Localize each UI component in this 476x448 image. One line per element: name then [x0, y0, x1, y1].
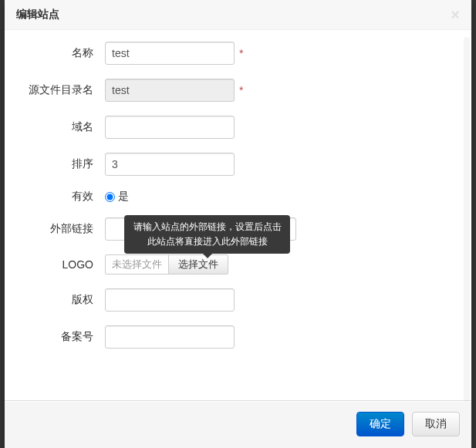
icp-input[interactable]: [105, 325, 235, 349]
copyright-input[interactable]: [105, 288, 235, 312]
logo-no-file-text: 未选择文件: [106, 255, 169, 274]
external-link-tooltip: 请输入站点的外部链接，设置后点击 此站点将直接进入此外部链接: [124, 215, 290, 254]
label-sort: 排序: [16, 157, 105, 171]
row-logo: LOGO 未选择文件 选择文件: [16, 254, 460, 275]
source-dir-input: [105, 79, 235, 102]
ok-button[interactable]: 确定: [356, 412, 404, 436]
label-logo: LOGO: [16, 258, 105, 271]
label-source-dir: 源文件目录名: [16, 83, 105, 97]
row-sort: 排序: [16, 153, 460, 176]
label-domain: 域名: [16, 120, 105, 134]
sort-input[interactable]: [105, 153, 235, 176]
label-external-link: 外部链接: [16, 222, 105, 236]
label-name: 名称: [16, 46, 105, 60]
row-name: 名称 *: [16, 42, 460, 65]
enabled-yes-radio[interactable]: [105, 192, 115, 202]
row-domain: 域名: [16, 116, 460, 139]
logo-choose-file-button[interactable]: 选择文件: [169, 255, 228, 274]
row-icp: 备案号: [16, 325, 460, 349]
label-enabled: 有效: [16, 190, 105, 204]
label-icp: 备案号: [16, 330, 105, 344]
edit-site-modal: 编辑站点 × 名称 * 源文件目录名 * 域名 排序: [5, 0, 471, 448]
domain-input[interactable]: [105, 116, 235, 139]
required-mark: *: [239, 47, 243, 59]
tooltip-line: 请输入站点的外部链接，设置后点击: [132, 220, 282, 234]
modal-title: 编辑站点: [16, 8, 59, 22]
close-icon[interactable]: ×: [451, 7, 460, 22]
modal-footer: 确定 取消: [5, 400, 471, 448]
modal-body: 名称 * 源文件目录名 * 域名 排序 有效: [5, 30, 471, 400]
label-copyright: 版权: [16, 293, 105, 307]
row-source-dir: 源文件目录名 *: [16, 79, 460, 102]
enabled-yes-label: 是: [118, 190, 129, 204]
name-input[interactable]: [105, 42, 235, 65]
required-mark: *: [239, 84, 243, 96]
row-copyright: 版权: [16, 288, 460, 312]
row-enabled: 有效 是 否: [16, 190, 460, 204]
scrollbar[interactable]: [464, 37, 470, 402]
modal-header: 编辑站点 ×: [5, 0, 471, 30]
cancel-button[interactable]: 取消: [412, 412, 460, 436]
tooltip-line: 此站点将直接进入此外部链接: [132, 234, 282, 249]
enabled-yes-option[interactable]: 是: [105, 190, 129, 204]
